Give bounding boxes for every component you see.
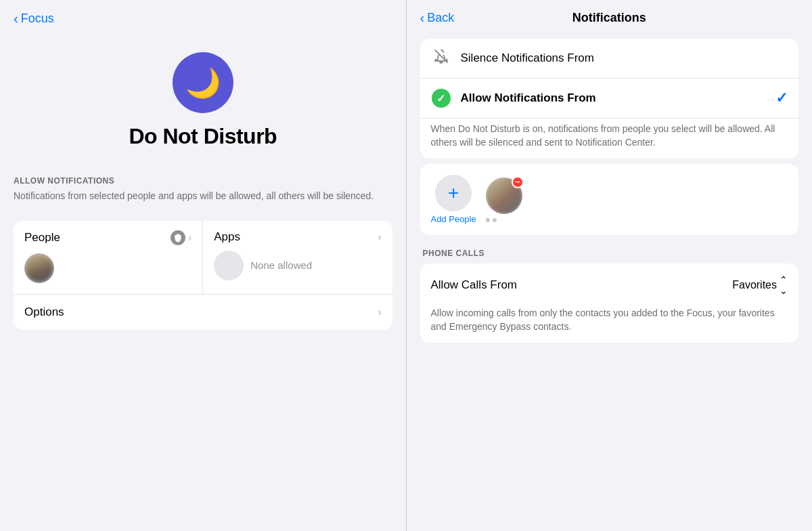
bell-slash-svg [433, 48, 449, 64]
people-row: + Add People − [431, 175, 788, 224]
allow-row[interactable]: ✓ Allow Notifications From ✓ [420, 79, 799, 119]
green-circle: ✓ [432, 89, 451, 108]
dnd-title: Do Not Disturb [129, 124, 277, 149]
bell-slash-glyph [433, 48, 449, 68]
shield-badge-icon [171, 230, 185, 245]
add-people-label: Add People [431, 214, 476, 224]
right-content: Silence Notifications From ✓ Allow Notif… [407, 30, 813, 531]
notifications-type-card: Silence Notifications From ✓ Allow Notif… [420, 39, 799, 158]
apps-chevron: › [378, 231, 381, 243]
notifications-back-link[interactable]: ‹ Back [420, 10, 455, 26]
apps-col[interactable]: Apps › None allowed [203, 221, 392, 294]
people-card: + Add People − [420, 164, 799, 235]
dot-1 [486, 218, 490, 222]
allow-description: When Do Not Disturb is on, notifications… [420, 119, 799, 158]
people-col-header: People › [24, 230, 191, 245]
people-avatar-row [24, 252, 191, 284]
blue-checkmark: ✓ [775, 89, 788, 107]
apps-col-title: Apps [214, 230, 240, 244]
add-person-wrap: + Add People [431, 175, 476, 224]
left-panel: ‹ Focus 🌙 Do Not Disturb ALLOW NOTIFICAT… [0, 0, 406, 531]
people-col[interactable]: People › [14, 221, 203, 294]
section-header: ALLOW NOTIFICATIONS [14, 176, 392, 186]
phone-calls-label: PHONE CALLS [420, 249, 799, 258]
allow-grid-top: People › [14, 221, 392, 295]
allow-calls-from-label: Allow Calls From [431, 278, 518, 292]
add-plus-icon: + [448, 184, 459, 203]
moon-icon: 🌙 [185, 66, 221, 100]
people-chevron: › [188, 232, 191, 244]
people-col-title: People [24, 231, 60, 245]
avatar-dots [486, 218, 522, 222]
green-check-mark: ✓ [436, 92, 445, 105]
left-nav: ‹ Focus [0, 0, 406, 32]
person-avatar-with-badge: − [486, 177, 522, 222]
options-row[interactable]: Options › [14, 295, 392, 330]
shield-svg [173, 233, 183, 242]
right-back-chevron: ‹ [420, 10, 425, 26]
phone-calls-section: PHONE CALLS Allow Calls From Favorites ⌃… [420, 249, 799, 343]
favorites-selector[interactable]: Favorites ⌃⌄ [732, 274, 788, 296]
bell-slash-icon [431, 48, 451, 68]
silence-row[interactable]: Silence Notifications From [420, 39, 799, 79]
minus-icon: − [515, 177, 520, 186]
silence-label: Silence Notifications From [461, 51, 788, 65]
dnd-icon-circle: 🌙 [173, 52, 233, 113]
people-col-right: › [171, 230, 191, 245]
focus-back-link[interactable]: ‹ Focus [14, 11, 392, 26]
calls-description: Allow incoming calls from only the conta… [420, 307, 799, 343]
apps-col-header: Apps › [214, 230, 381, 244]
apps-placeholder [214, 251, 244, 280]
allow-grid-card: People › [14, 221, 392, 330]
updown-icon: ⌃⌄ [780, 274, 788, 296]
right-nav: ‹ Back Notifications [407, 0, 813, 30]
person-avatar [24, 253, 54, 283]
green-badge-icon: ✓ [431, 88, 451, 108]
hero-section: 🌙 Do Not Disturb [0, 32, 406, 163]
none-allowed-row: None allowed [214, 251, 381, 280]
add-person-button[interactable]: + [435, 175, 472, 211]
remove-person-button[interactable]: − [512, 176, 524, 188]
none-allowed-text: None allowed [250, 259, 312, 271]
right-nav-title: Notifications [572, 11, 646, 25]
favorites-label: Favorites [732, 279, 777, 291]
focus-back-label: Focus [21, 12, 54, 26]
allow-label: Allow Notifications From [461, 91, 767, 105]
allow-calls-row[interactable]: Allow Calls From Favorites ⌃⌄ [420, 263, 799, 307]
allow-calls-card: Allow Calls From Favorites ⌃⌄ Allow inco… [420, 263, 799, 343]
allow-notifications-section: ALLOW NOTIFICATIONS Notifications from s… [0, 163, 406, 221]
focus-back-chevron: ‹ [14, 11, 18, 26]
options-label: Options [24, 305, 64, 319]
dot-2 [493, 218, 497, 222]
avatar-image [24, 253, 54, 283]
options-chevron: › [378, 306, 381, 318]
right-panel: ‹ Back Notifications Silence Notificatio… [407, 0, 813, 531]
section-desc: Notifications from selected people and a… [14, 190, 392, 203]
right-back-label: Back [427, 11, 454, 25]
